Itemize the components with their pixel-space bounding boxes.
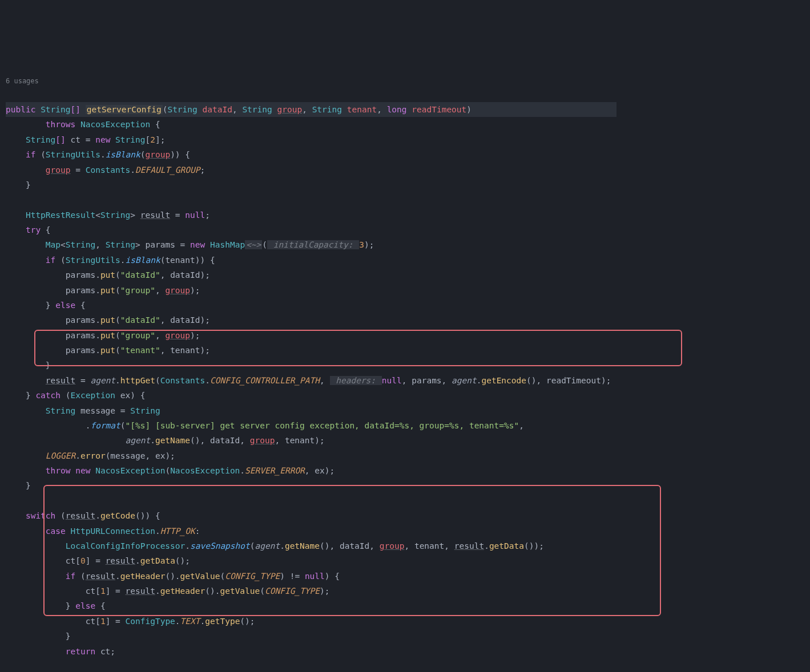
method-signature-line: public String[] getServerConfig(String d… [6, 102, 616, 117]
code-editor[interactable]: 6 usages public String[] getServerConfig… [6, 60, 810, 673]
usages-hint[interactable]: 6 usages [6, 75, 810, 87]
